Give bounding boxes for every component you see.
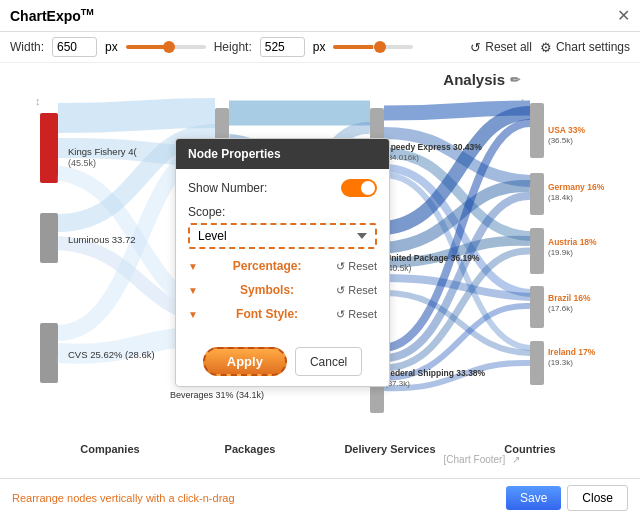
font-style-chevron: ▼ (188, 309, 198, 320)
apply-button[interactable]: Apply (203, 347, 287, 376)
symbols-label: Symbols: (240, 283, 294, 297)
width-slider[interactable] (126, 45, 206, 49)
show-number-row: Show Number: (188, 179, 377, 197)
modal-body: Show Number: Scope: Level Global Local ▼ (176, 169, 389, 339)
close-button[interactable]: Close (567, 485, 628, 511)
modal-header-title: Node Properties (188, 147, 281, 161)
width-input[interactable] (52, 37, 97, 57)
top-bar: ChartExpoTM ✕ (0, 0, 640, 32)
symbols-reset-label: Reset (348, 284, 377, 296)
percentage-header[interactable]: ▼ Percentage: ↺ Reset (188, 257, 377, 275)
percentage-label: Percentage: (233, 259, 302, 273)
reset-icon: ↺ (470, 40, 481, 55)
save-button[interactable]: Save (506, 486, 561, 510)
width-label: Width: (10, 40, 44, 54)
symbols-header[interactable]: ▼ Symbols: ↺ Reset (188, 281, 377, 299)
cancel-button[interactable]: Cancel (295, 347, 362, 376)
font-style-label: Font Style: (236, 307, 298, 321)
reset-all-label: Reset all (485, 40, 532, 54)
symbols-chevron: ▼ (188, 285, 198, 296)
percentage-section: ▼ Percentage: ↺ Reset (188, 257, 377, 275)
reset-font-icon: ↺ (336, 308, 345, 321)
percentage-reset-label: Reset (348, 260, 377, 272)
reset-symbols-icon: ↺ (336, 284, 345, 297)
chart-settings-button[interactable]: ⚙ Chart settings (540, 40, 630, 55)
height-input[interactable] (260, 37, 305, 57)
percentage-chevron: ▼ (188, 261, 198, 272)
percentage-reset-button[interactable]: ↺ Reset (336, 260, 377, 273)
symbols-reset-button[interactable]: ↺ Reset (336, 284, 377, 297)
font-style-reset-label: Reset (348, 308, 377, 320)
height-slider[interactable] (333, 45, 413, 49)
modal-overlay: Node Properties Show Number: Scope: Leve… (0, 63, 640, 483)
chart-settings-label: Chart settings (556, 40, 630, 54)
app-title: ChartExpoTM (10, 7, 617, 24)
show-number-label: Show Number: (188, 181, 267, 195)
node-properties-modal: Node Properties Show Number: Scope: Leve… (175, 138, 390, 387)
height-label: Height: (214, 40, 252, 54)
bottom-hint: Rearrange nodes vertically with a click-… (12, 492, 506, 504)
show-number-toggle[interactable] (341, 179, 377, 197)
width-unit: px (105, 40, 118, 54)
bottom-bar: Rearrange nodes vertically with a click-… (0, 478, 640, 516)
symbols-section: ▼ Symbols: ↺ Reset (188, 281, 377, 299)
controls-bar: Width: px Height: px ↺ Reset all ⚙ Chart… (0, 32, 640, 63)
modal-header: Node Properties (176, 139, 389, 169)
font-style-section: ▼ Font Style: ↺ Reset (188, 305, 377, 323)
font-style-reset-button[interactable]: ↺ Reset (336, 308, 377, 321)
scope-select[interactable]: Level Global Local (188, 223, 377, 249)
app-title-text: ChartExpo (10, 8, 81, 24)
scope-label: Scope: (188, 205, 377, 219)
scope-section: Scope: Level Global Local (188, 205, 377, 249)
reset-percentage-icon: ↺ (336, 260, 345, 273)
reset-all-button[interactable]: ↺ Reset all (470, 40, 532, 55)
settings-icon: ⚙ (540, 40, 552, 55)
height-unit: px (313, 40, 326, 54)
modal-footer: Apply Cancel (176, 339, 389, 386)
close-icon[interactable]: ✕ (617, 6, 630, 25)
font-style-header[interactable]: ▼ Font Style: ↺ Reset (188, 305, 377, 323)
app-title-sup: TM (81, 7, 94, 17)
main-area: Kings Fishery 4( (45.5k) Luminous 33.72 … (0, 63, 640, 483)
